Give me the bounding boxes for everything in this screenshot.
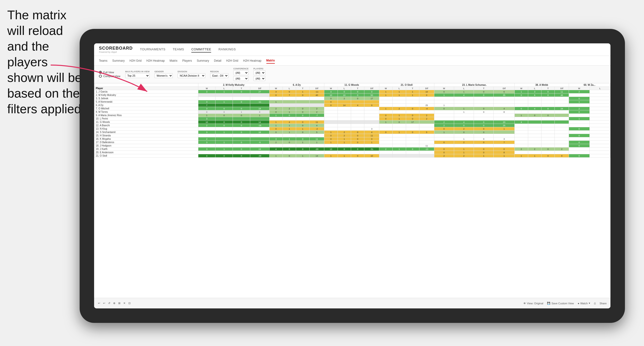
sub-nav-matrix1[interactable]: Matrix: [170, 58, 178, 63]
matrix-cell: [555, 117, 569, 121]
matrix-cell: [542, 144, 555, 148]
bottom-toolbar: ↩ ↩ ↺ ⊕ ⊞ ✕ ⊡ 👁 View: Original 💾 Save Cu…: [94, 298, 610, 308]
nav-committee[interactable]: COMMITTEE: [191, 46, 211, 52]
matrix-cell: [296, 97, 309, 100]
matrix-cell: [474, 97, 494, 100]
region-select[interactable]: East - DII (All): [210, 73, 228, 78]
matrix-cell: [454, 117, 474, 121]
matrix-cell: 0: [364, 137, 379, 141]
sub-nav-h2h-grid1[interactable]: H2H Grid: [130, 58, 142, 63]
sub-nav-h2h-heatmap1[interactable]: H2H Heatmap: [146, 58, 165, 63]
matrix-cell: [392, 154, 406, 158]
matrix-cell: 1: [283, 127, 296, 131]
players-select2[interactable]: (All): [253, 76, 266, 81]
matrix-cell: [250, 144, 269, 148]
share-btn[interactable]: ⎙: [594, 302, 596, 305]
matrix-cell: 0: [283, 148, 296, 151]
matrix-cell: 0: [233, 154, 250, 158]
matrix-cell: 4: [351, 104, 364, 107]
matrix-cell: [392, 151, 406, 154]
matrix-cell: [379, 110, 392, 114]
close-btn[interactable]: ✕: [123, 302, 126, 305]
division-filter: Division NCAA Division II NCAA Division …: [178, 70, 205, 78]
nav-tournaments[interactable]: TOURNAMENTS: [140, 46, 166, 52]
compact-view-radio[interactable]: [99, 75, 102, 78]
matrix-cell: 1: [569, 100, 590, 104]
player-name-cell: 3. S Jelinek: [94, 97, 198, 100]
gender-select[interactable]: Women's Men's: [154, 73, 173, 78]
top-navigation: SCOREBOARD Powered by clippd TOURNAMENTS…: [94, 43, 610, 56]
matrix-cell: [406, 100, 419, 104]
matrix-cell: [515, 124, 528, 127]
share-label-btn[interactable]: Share: [600, 302, 606, 305]
matrix-cell: 2: [555, 148, 569, 151]
col-header-woods: 11. G Woods: [324, 83, 379, 87]
division-label: Division: [178, 70, 205, 73]
settings-btn[interactable]: ⊡: [128, 302, 130, 305]
matrix-cell: 0: [569, 134, 590, 137]
view-original-btn[interactable]: 👁 View: Original: [523, 302, 544, 305]
matrix-cell: [515, 110, 528, 114]
matrix-cell: 0: [419, 93, 434, 97]
watch-btn[interactable]: ● Watch ▾: [578, 302, 590, 305]
add-btn[interactable]: ⊕: [113, 302, 115, 305]
nav-rankings[interactable]: RANKINGS: [218, 46, 236, 52]
matrix-cell: 0: [296, 107, 309, 110]
player-name-cell: 8. M Torres: [94, 110, 198, 114]
sub-nav-h2h-grid2[interactable]: H2H Grid: [226, 58, 238, 63]
conference-select2[interactable]: (All): [233, 76, 248, 81]
sub-nav-h2h-heatmap2[interactable]: H2H Heatmap: [243, 58, 261, 63]
matrix-cell: 11: [555, 90, 569, 93]
matrix-cell: [283, 151, 296, 154]
nav-teams[interactable]: TEAMS: [173, 46, 184, 52]
matrix-cell: [338, 144, 351, 148]
player-name-cell: 15. H Stranda: [94, 134, 198, 137]
matrix-cell: [590, 114, 610, 117]
matrix-cell: [555, 110, 569, 114]
sub-nav-teams[interactable]: Teams: [99, 58, 107, 63]
players-select1[interactable]: (All): [253, 70, 266, 75]
max-players-select[interactable]: Top 25 Top 10 Top 50: [125, 73, 150, 78]
conference-select1[interactable]: (All): [233, 70, 248, 75]
matrix-cell: [406, 110, 419, 114]
matrix-cell: 1: [269, 121, 282, 124]
matrix-cell: 1: [454, 107, 474, 110]
redo-btn[interactable]: ↩: [103, 302, 105, 305]
grid-btn[interactable]: ⊞: [118, 302, 120, 305]
sub-nav-matrix2[interactable]: Matrix: [266, 58, 275, 64]
matrix-cell: 0: [283, 141, 296, 144]
compact-view-option[interactable]: Compact View: [99, 75, 120, 78]
matrix-cell: 0: [434, 90, 454, 93]
matrix-cell: 10: [419, 90, 434, 93]
matrix-cell: 10: [324, 93, 338, 97]
matrix-cell: -2: [309, 127, 324, 131]
matrix-cell: 4: [454, 121, 474, 124]
sub-nav-summary2[interactable]: Summary: [197, 58, 209, 63]
matrix-cell: [379, 154, 392, 158]
matrix-cell: [569, 93, 590, 97]
matrix-cell: [392, 110, 406, 114]
matrix-cell: 0: [379, 117, 392, 121]
sub-nav-players[interactable]: Players: [182, 58, 192, 63]
matrix-cell: 1: [434, 131, 454, 134]
refresh-btn[interactable]: ↺: [108, 302, 110, 305]
player-name-cell: 11. G Woods: [94, 121, 198, 124]
matrix-cell: 0: [338, 90, 351, 93]
matrix-cell: [198, 134, 216, 137]
matrix-cell: [590, 127, 610, 131]
matrix-cell: [569, 121, 590, 124]
sub-navigation: Teams Summary H2H Grid H2H Heatmap Matri…: [94, 56, 610, 66]
division-select[interactable]: NCAA Division II NCAA Division I NCAA Di…: [178, 73, 205, 78]
full-view-radio[interactable]: [99, 71, 102, 74]
matrix-cell: [590, 117, 610, 121]
matrix-cell: -5: [250, 141, 269, 144]
sub-nav-summary1[interactable]: Summary: [112, 58, 124, 63]
player-name-cell: 9. A Maria Jimenez Rios: [94, 114, 198, 117]
save-custom-btn[interactable]: 💾 Save Custom View: [547, 302, 574, 305]
sub-nav-detail[interactable]: Detail: [214, 58, 222, 63]
matrix-cell: 2: [269, 107, 282, 110]
undo-btn[interactable]: ↩: [98, 302, 100, 305]
matrix-cell: [528, 127, 541, 131]
compact-view-label: Compact View: [103, 75, 120, 78]
full-view-option[interactable]: Full View: [99, 71, 120, 74]
